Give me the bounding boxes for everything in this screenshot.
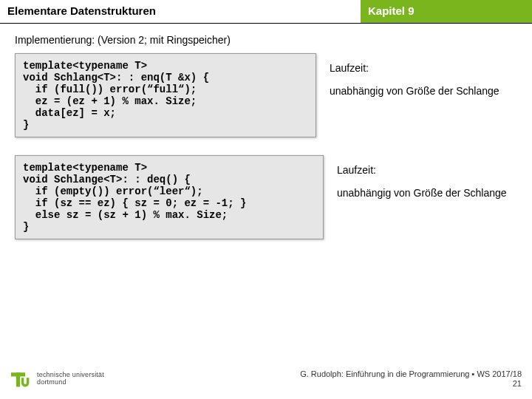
runtime-label: Laufzeit:	[330, 61, 499, 76]
runtime-text: unabhängig von Größe der Schlange	[330, 83, 499, 99]
runtime-note-1: Laufzeit: unabhängig von Größe der Schla…	[330, 53, 499, 99]
runtime-text: unabhängig von Größe der Schlange	[337, 185, 507, 201]
logo-text: technische universität dortmund	[37, 372, 104, 386]
subheading: Implementierung: (Version 2; mit Ringspe…	[0, 24, 532, 53]
code-row-1: template<typename T> void Schlang<T>: : …	[15, 53, 517, 137]
credit-text: G. Rudolph: Einführung in die Programmie…	[300, 369, 522, 378]
slide-credit: G. Rudolph: Einführung in die Programmie…	[300, 369, 522, 389]
header-title-left: Elementare Datenstrukturen	[0, 0, 361, 23]
runtime-note-2: Laufzeit: unabhängig von Größe der Schla…	[337, 155, 507, 201]
slide-header: Elementare Datenstrukturen Kapitel 9	[0, 0, 532, 24]
slide-content: template<typename T> void Schlang<T>: : …	[0, 53, 532, 239]
code-row-2: template<typename T> void Schlange<T>: :…	[15, 155, 517, 239]
slide-footer: technische universität dortmund G. Rudol…	[0, 364, 532, 399]
header-title-right: Kapitel 9	[361, 0, 532, 23]
university-logo: technische universität dortmund	[10, 369, 104, 389]
slide-number: 21	[300, 379, 522, 389]
svg-rect-1	[16, 372, 20, 386]
code-block-enq: template<typename T> void Schlang<T>: : …	[15, 53, 316, 137]
code-block-deq: template<typename T> void Schlange<T>: :…	[15, 155, 324, 239]
runtime-label: Laufzeit:	[337, 163, 507, 178]
tu-logo-icon	[10, 369, 31, 389]
logo-line2: dortmund	[37, 379, 104, 386]
